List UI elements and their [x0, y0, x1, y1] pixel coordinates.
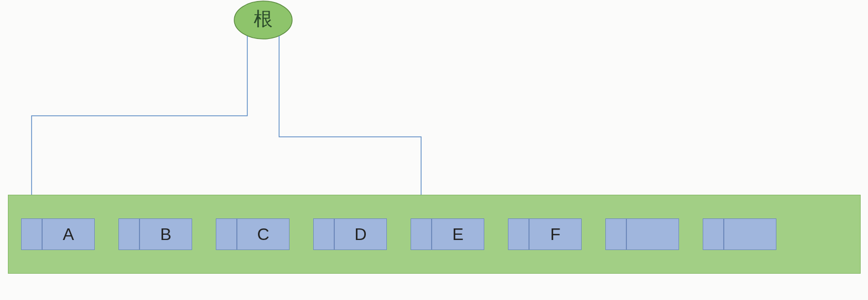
node-label-cell: B: [139, 218, 192, 250]
node-4: E: [411, 218, 484, 250]
root-node-label: 根: [242, 9, 284, 31]
node-7: [703, 218, 776, 250]
node-label-cell: E: [432, 218, 484, 250]
node-label-cell: [724, 218, 776, 250]
node-pointer-cell: [216, 218, 237, 250]
node-label-cell: C: [237, 218, 290, 250]
node-pointer-cell: [411, 218, 432, 250]
node-3: D: [313, 218, 387, 250]
node-2: C: [216, 218, 290, 250]
node-pointer-cell: [508, 218, 529, 250]
node-5: F: [508, 218, 582, 250]
node-pointer-cell: [118, 218, 139, 250]
node-6: [605, 218, 679, 250]
node-label-cell: A: [42, 218, 95, 250]
edge-root-to-node-0: [32, 36, 247, 218]
node-label-cell: D: [334, 218, 387, 250]
node-pointer-cell: [21, 218, 42, 250]
node-1: B: [118, 218, 192, 250]
node-pointer-cell: [605, 218, 626, 250]
node-pointer-cell: [313, 218, 334, 250]
edge-root-to-node-4: [279, 36, 421, 218]
node-label-cell: F: [529, 218, 582, 250]
node-pointer-cell: [703, 218, 724, 250]
node-label-cell: [626, 218, 679, 250]
node-0: A: [21, 218, 95, 250]
